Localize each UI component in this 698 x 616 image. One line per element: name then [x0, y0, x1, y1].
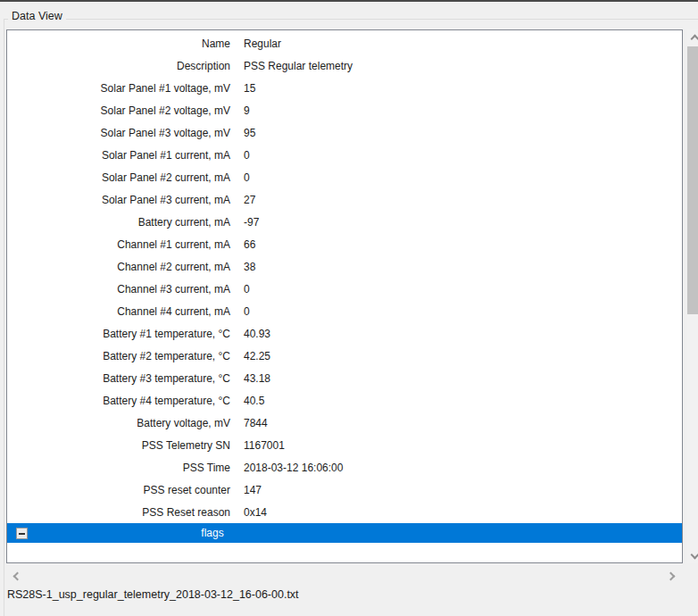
row-label: PSS Time	[7, 462, 230, 474]
row-label: Solar Panel #2 voltage, mV	[7, 104, 230, 117]
row-value: 42.25	[244, 350, 682, 362]
row-value: 15	[244, 82, 682, 95]
row-value: 0	[244, 171, 682, 184]
row-label: Description	[7, 60, 230, 72]
row-label: Battery #3 temperature, °C	[7, 372, 230, 385]
table-row[interactable]: Battery current, mA -97	[7, 211, 682, 233]
row-value: 0	[244, 149, 682, 162]
row-value: 2018-03-12 16:06:00	[244, 462, 682, 474]
horizontal-scrollbar[interactable]	[5, 568, 684, 584]
row-value: PSS Regular telemetry	[244, 60, 682, 72]
chevron-up-icon	[691, 34, 698, 43]
table-row[interactable]: PSS Time 2018-03-12 16:06:00	[7, 456, 682, 479]
row-label: Channel #4 current, mA	[7, 305, 230, 318]
row-value: 147	[244, 484, 682, 496]
vertical-scrollbar[interactable]	[687, 29, 698, 563]
table-row[interactable]: Channel #2 current, mA 38	[7, 255, 682, 278]
telemetry-rows: Name Regular Description PSS Regular tel…	[7, 30, 682, 523]
table-row[interactable]: Battery voltage, mV 7844	[7, 412, 682, 434]
table-row[interactable]: Channel #1 current, mA 66	[7, 233, 682, 255]
top-divider	[0, 0, 698, 2]
scroll-left-button[interactable]	[9, 568, 25, 584]
row-value: 0x14	[244, 506, 682, 519]
table-row[interactable]: Description PSS Regular telemetry	[7, 54, 682, 77]
table-row[interactable]: PSS Reset reason 0x14	[7, 501, 682, 523]
table-row[interactable]: Solar Panel #1 current, mA 0	[7, 144, 682, 166]
scroll-up-button[interactable]	[687, 29, 698, 45]
row-label: Channel #2 current, mA	[7, 261, 230, 273]
table-row[interactable]: Channel #3 current, mA 0	[7, 278, 682, 300]
row-value: 1167001	[244, 439, 682, 452]
row-value: 7844	[244, 417, 682, 429]
table-row[interactable]: Battery #4 temperature, °C 40.5	[7, 389, 682, 412]
status-filename: RS28S-1_usp_regular_telemetry_2018-03-12…	[7, 588, 299, 601]
flags-row-label: flags	[7, 523, 418, 543]
table-row[interactable]: Solar Panel #1 voltage, mV 15	[7, 77, 682, 99]
scroll-down-button[interactable]	[687, 548, 698, 563]
table-row[interactable]: PSS reset counter 147	[7, 479, 682, 501]
row-value: 0	[244, 305, 682, 318]
row-value: -97	[244, 216, 682, 229]
table-row[interactable]: Solar Panel #3 current, mA 27	[7, 188, 682, 211]
row-label: Battery #4 temperature, °C	[7, 395, 230, 407]
row-value: 43.18	[244, 372, 682, 385]
table-row[interactable]: Solar Panel #2 voltage, mV 9	[7, 99, 682, 121]
groupbox-title: Data View	[8, 10, 66, 22]
table-row[interactable]: Battery #2 temperature, °C 42.25	[7, 345, 682, 367]
row-value: 40.93	[244, 328, 682, 340]
table-row[interactable]: Battery #3 temperature, °C 43.18	[7, 367, 682, 389]
row-label: Solar Panel #1 voltage, mV	[7, 82, 230, 95]
table-row[interactable]: Name Regular	[7, 32, 682, 54]
row-label: Solar Panel #1 current, mA	[7, 149, 230, 162]
row-label: PSS Reset reason	[7, 506, 230, 519]
table-row[interactable]: PSS Telemetry SN 1167001	[7, 434, 682, 456]
table-row[interactable]: Solar Panel #3 voltage, mV 95	[7, 121, 682, 144]
row-value: 38	[244, 261, 682, 273]
row-label: Battery #1 temperature, °C	[7, 328, 230, 340]
row-label: Battery voltage, mV	[7, 417, 230, 429]
row-label: Solar Panel #2 current, mA	[7, 171, 230, 184]
row-label: Solar Panel #3 current, mA	[7, 194, 230, 206]
row-label: Solar Panel #3 voltage, mV	[7, 127, 230, 139]
table-row[interactable]: Battery #1 temperature, °C 40.93	[7, 322, 682, 345]
row-value: 9	[244, 104, 682, 117]
row-label: Channel #1 current, mA	[7, 238, 230, 251]
chevron-right-icon	[666, 571, 675, 580]
row-value: 95	[244, 127, 682, 139]
table-row[interactable]: Solar Panel #2 current, mA 0	[7, 166, 682, 188]
scroll-right-button[interactable]	[662, 568, 678, 584]
row-value: 40.5	[244, 395, 682, 407]
vertical-scrollbar-thumb[interactable]	[687, 46, 698, 314]
row-label: Battery #2 temperature, °C	[7, 350, 230, 362]
chevron-down-icon	[691, 550, 698, 559]
table-row[interactable]: Channel #4 current, mA 0	[7, 300, 682, 322]
data-view-panel: Name Regular Description PSS Regular tel…	[6, 29, 683, 563]
row-label: Channel #3 current, mA	[7, 283, 230, 296]
row-label: PSS reset counter	[7, 484, 230, 496]
row-label: PSS Telemetry SN	[7, 439, 230, 452]
row-value: Regular	[244, 37, 682, 50]
row-value: 27	[244, 194, 682, 206]
row-value: 0	[244, 283, 682, 296]
chevron-left-icon	[12, 571, 21, 580]
row-value: 66	[244, 238, 682, 251]
row-label: Battery current, mA	[7, 216, 230, 229]
row-label: Name	[7, 37, 230, 50]
flags-row[interactable]: flags	[7, 523, 682, 543]
